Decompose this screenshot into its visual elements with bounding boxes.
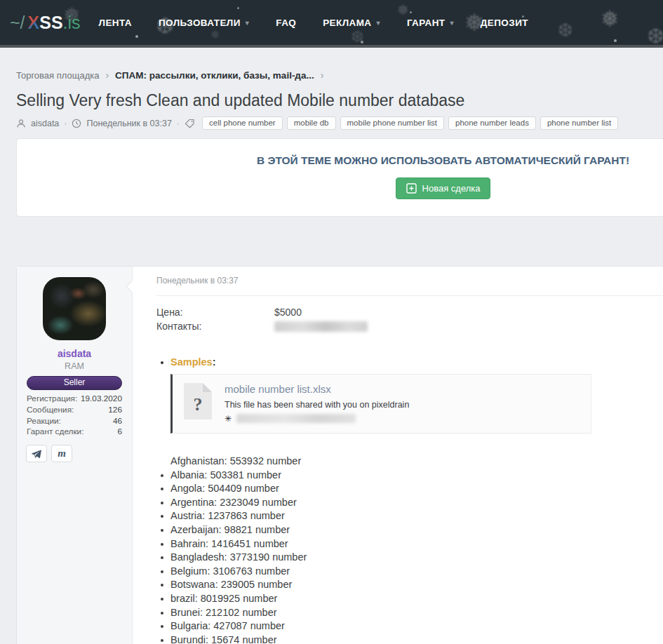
snowflake-icon: ❆ bbox=[558, 20, 573, 41]
stat-value: 6 bbox=[117, 427, 122, 438]
file-description: This file has been shared with you on pi… bbox=[225, 400, 409, 410]
stat-value: 19.03.2020 bbox=[81, 394, 122, 405]
thread-tag[interactable]: phone number list bbox=[540, 116, 618, 130]
seller-badge: Seller bbox=[27, 376, 122, 390]
snow-dot bbox=[614, 39, 617, 42]
snowflake-icon: ❅ bbox=[601, 6, 620, 32]
question-mark-glyph: ? bbox=[194, 394, 203, 415]
thread-date[interactable]: Понедельник в 03:37 bbox=[86, 119, 171, 128]
stat-label: Регистрация: bbox=[27, 394, 77, 405]
nav-item[interactable]: FAQ bbox=[276, 18, 296, 28]
plus-square-icon bbox=[406, 183, 417, 194]
logo-x: X bbox=[28, 13, 40, 33]
post-message: aisdata RAM Seller Регистрация:19.03.202… bbox=[16, 266, 663, 644]
post-author-sidebar: aisdata RAM Seller Регистрация:19.03.202… bbox=[17, 267, 133, 644]
nav-item[interactable]: РЕКЛАМА▾ bbox=[323, 18, 380, 28]
guarantor-banner-text: В ЭТОЙ ТЕМЕ МОЖНО ИСПОЛЬЗОВАТЬ АВТОМАТИЧ… bbox=[17, 154, 663, 167]
chevron-right-icon: › bbox=[321, 69, 324, 81]
logo-ss: SS bbox=[39, 13, 62, 33]
page-title: Selling Very fresh Clean and updated Mob… bbox=[16, 91, 663, 110]
file-url-redacted bbox=[236, 414, 356, 423]
nav-item-label: ПОЛЬЗОВАТЕЛИ bbox=[159, 18, 241, 28]
country-list-item: Burundi: 15674 number bbox=[156, 633, 663, 644]
globe-icon: ✳ bbox=[225, 415, 232, 423]
author-stats: Регистрация:19.03.2020Сообщения:126Реакц… bbox=[27, 394, 122, 438]
snow-dot bbox=[361, 41, 363, 43]
breadcrumb-item[interactable]: Торговая площадка bbox=[16, 70, 99, 81]
meta-separator: · bbox=[64, 119, 67, 128]
country-list: Afghanistan: 553932 numberAlbania: 50338… bbox=[156, 455, 663, 644]
stat-label: Сообщения: bbox=[27, 405, 74, 416]
avatar[interactable] bbox=[43, 277, 106, 340]
chevron-down-icon: ▾ bbox=[376, 19, 380, 27]
thread-tag[interactable]: phone number leads bbox=[448, 116, 536, 130]
snowflake-icon: ❆ bbox=[351, 28, 363, 46]
user-icon bbox=[16, 119, 26, 128]
samples-label: Samples bbox=[170, 356, 213, 368]
stat-value: 46 bbox=[113, 416, 122, 427]
post-content: Понедельник в 03:37 Цена: $5000 Контакты… bbox=[133, 267, 663, 644]
site-logo[interactable]: ~/XSS.is bbox=[10, 13, 81, 33]
snow-dot bbox=[237, 7, 239, 9]
country-list-item: brazil: 8019925 number bbox=[156, 592, 663, 606]
nav-menu: ЛЕНТАПОЛЬЗОВАТЕЛИ▾FAQРЕКЛАМА▾ГАРАНТ▾ДЕПО… bbox=[99, 18, 528, 28]
new-deal-button[interactable]: Новая сделка bbox=[396, 177, 491, 199]
author-stat-row: Гарант сделки:6 bbox=[27, 427, 122, 438]
file-attachment-info: mobile number list.xlsx This file has be… bbox=[225, 383, 409, 423]
file-name-link[interactable]: mobile number list.xlsx bbox=[225, 383, 409, 395]
nav-item-label: ЛЕНТА bbox=[99, 18, 132, 28]
author-stat-row: Сообщения:126 bbox=[27, 405, 122, 416]
author-username[interactable]: aisdata bbox=[17, 348, 132, 359]
thread-tag[interactable]: mobile db bbox=[287, 116, 336, 130]
country-list-item: Azerbaijan: 98821 number bbox=[156, 523, 663, 537]
logo-domain: .is bbox=[63, 13, 81, 33]
country-list-item: Belgium: 3106763 number bbox=[156, 565, 663, 579]
thread-tag[interactable]: cell phone number bbox=[202, 116, 283, 130]
author-stat-row: Реакции:46 bbox=[27, 416, 122, 427]
price-row: Цена: $5000 bbox=[156, 305, 663, 319]
country-list-item: Angola: 504409 number bbox=[156, 482, 663, 496]
top-navbar: ❅ ❆ ❅ ❆ ❅ ❅ ❆ ❅ ❆ ~/XSS.is ЛЕНТАПОЛЬЗОВА… bbox=[0, 0, 663, 48]
meta-separator: · bbox=[177, 119, 180, 128]
telegram-button[interactable] bbox=[26, 445, 47, 462]
author-stat-row: Регистрация:19.03.2020 bbox=[27, 394, 122, 405]
logo-prefix: ~/ bbox=[10, 13, 25, 33]
author-usergroup: RAM bbox=[17, 361, 132, 371]
thread-tag[interactable]: mobile phone number list bbox=[340, 116, 445, 130]
country-list-item: Austria: 1237863 number bbox=[156, 509, 663, 523]
nav-item[interactable]: ДЕПОЗИТ bbox=[481, 18, 528, 28]
breadcrumb: Торговая площадка›СПАМ: рассылки, отклик… bbox=[16, 69, 663, 81]
country-list-item: Argentina: 2323049 number bbox=[156, 496, 663, 510]
chevron-down-icon: ▾ bbox=[450, 19, 453, 27]
samples-heading: Samples: bbox=[156, 356, 663, 368]
clock-icon bbox=[72, 119, 81, 128]
country-list-item: Botswana: 239005 number bbox=[156, 578, 663, 592]
page-body: Торговая площадка›СПАМ: рассылки, отклик… bbox=[0, 69, 663, 644]
country-list-item: Albania: 503381 number bbox=[156, 469, 663, 483]
matrix-m-glyph: m bbox=[58, 448, 66, 459]
country-list-item: Brunei: 212102 number bbox=[156, 606, 663, 620]
matrix-button[interactable]: m bbox=[51, 445, 72, 462]
stat-label: Реакции: bbox=[27, 416, 61, 427]
snow-dot bbox=[135, 35, 138, 38]
contacts-label: Контакты: bbox=[156, 319, 274, 335]
new-deal-button-label: Новая сделка bbox=[422, 183, 481, 194]
nav-item[interactable]: ГАРАНТ▾ bbox=[407, 18, 454, 28]
snowflake-icon: ❅ bbox=[397, 1, 409, 18]
country-list-item: Bangladesh: 3773190 number bbox=[156, 551, 663, 565]
snowflake-icon: ❆ bbox=[647, 24, 663, 48]
nav-item[interactable]: ПОЛЬЗОВАТЕЛИ▾ bbox=[159, 18, 249, 28]
post-date: Понедельник в 03:37 bbox=[156, 276, 663, 286]
samples-colon: : bbox=[213, 356, 216, 368]
price-value: $5000 bbox=[274, 305, 663, 319]
breadcrumb-item[interactable]: СПАМ: рассылки, отклики, базы, mail-да..… bbox=[115, 70, 314, 81]
stat-value: 126 bbox=[108, 405, 122, 416]
nav-item-label: ГАРАНТ bbox=[407, 18, 446, 28]
thread-author-link[interactable]: aisdata bbox=[31, 119, 59, 128]
guarantor-banner: В ЭТОЙ ТЕМЕ МОЖНО ИСПОЛЬЗОВАТЬ АВТОМАТИЧ… bbox=[16, 138, 663, 217]
file-link-row: ✳ bbox=[225, 414, 409, 423]
chevron-down-icon: ▾ bbox=[246, 19, 249, 27]
snowflake-icon: ❅ bbox=[210, 28, 220, 41]
nav-item[interactable]: ЛЕНТА bbox=[99, 18, 132, 28]
chevron-right-icon: › bbox=[105, 69, 109, 81]
